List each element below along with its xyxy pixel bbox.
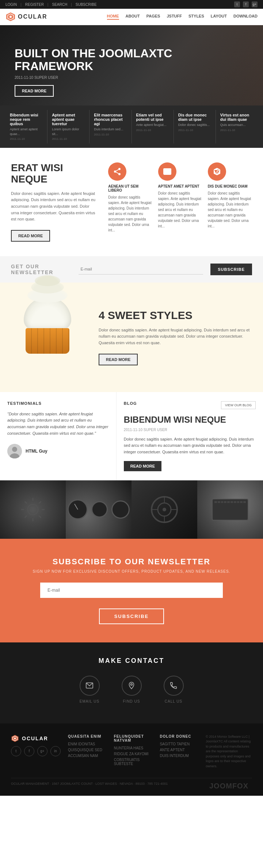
footer-link-1-2[interactable]: QUISQUISQUE SED (68, 748, 107, 752)
phone-icon (169, 681, 178, 690)
testimonials-column: TESTIMONIALS "Dolor donec sagittis sapie… (0, 392, 117, 480)
hero-card-4: Etiam vel sed potenti ut ipse Ante apten… (132, 110, 174, 143)
sweet-title: 4 SWEET STYLES (99, 309, 252, 322)
feature-3: DIS DUE MONEC DIAM Dolor donec sagittis … (208, 162, 252, 233)
hero-card-3-title: Elit maercenas rhoncus placet agi (94, 113, 127, 126)
nav-pages[interactable]: PAGES (146, 14, 160, 20)
author-avatar (7, 444, 22, 458)
nav-home[interactable]: HOME (107, 14, 119, 20)
footer-link-1-3[interactable]: ACCUMSAN NAM (68, 754, 107, 758)
svg-point-12 (28, 504, 38, 515)
erat-read-more-button[interactable]: READ MORE (11, 230, 50, 242)
hero-card-6: Virtus est anon dui illam quae Quis accu… (216, 110, 258, 143)
feature-2: APTENT AMET APTENT Dolor donec sagittis … (158, 162, 202, 233)
nav-about[interactable]: ABOUT (126, 14, 140, 20)
footer-linkedin-icon[interactable]: in (50, 746, 61, 756)
hero-card-2: Aptent amet aptent quae tueretur Lorem i… (47, 110, 89, 143)
register-link[interactable]: REGISTER (25, 3, 44, 7)
subscribe-link[interactable]: SUBSCRIBE (76, 3, 97, 7)
subscribe-button[interactable]: SUBSCRIBE (99, 608, 164, 624)
blog-text: Dolor donec sagittis sapien. Ante aptent… (124, 436, 256, 456)
contact-callus: CALL US (164, 676, 184, 703)
footer-link-2-2[interactable]: RIDGUE ZA KAYOMI (114, 752, 153, 756)
twitter-icon[interactable]: t (234, 1, 240, 7)
nav-styles[interactable]: STYLES (188, 14, 204, 20)
contact-email: EMAIL US (80, 676, 100, 703)
subscribe-email-input[interactable] (40, 583, 223, 598)
top-bar: LOGIN | REGISTER | SEARCH | SUBSCRIBE t … (0, 0, 263, 9)
svg-point-30 (131, 684, 133, 685)
footer-logo-icon (11, 734, 19, 742)
search-link[interactable]: SEARCH (52, 3, 67, 7)
footer-link-2-1[interactable]: NUNTERIA HAES (114, 746, 153, 750)
footer-link-3-1[interactable]: SAGITTO TAPIEN (160, 742, 198, 746)
hero-card-5-title: Dis due monec diam ut ipse (178, 113, 211, 122)
feature-3-title: DIS DUE MONEC DIAM (208, 184, 252, 188)
hero-card-4-title: Etiam vel sed potenti ut ipse (136, 113, 169, 122)
hero-read-more-button[interactable]: READ MORE (15, 85, 54, 97)
newsletter-email-input[interactable] (79, 264, 203, 274)
footer-logo-col: OCULAR t f g+ in (11, 734, 61, 769)
blog-column: BLOG VIEW OUR BLOG BIBENDUM WISI NEQUE 2… (117, 392, 263, 480)
share-icon (113, 167, 122, 176)
nav-layout[interactable]: LAYOUT (211, 14, 227, 20)
footer-link-1-1[interactable]: ENIM IDONITAS (68, 742, 107, 746)
footer-link-3-3[interactable]: DUIS INTERDUM (160, 754, 198, 758)
svg-point-4 (114, 170, 116, 173)
feature-2-icon (158, 162, 176, 181)
login-link[interactable]: LOGIN (5, 3, 17, 7)
nav-download[interactable]: DOWNLOAD (233, 14, 258, 20)
blog-read-more-button[interactable]: READ MORE (124, 461, 161, 471)
googleplus-icon[interactable]: g+ (252, 1, 258, 7)
joomfox-text: JoomFox (209, 782, 248, 790)
box-icon (213, 167, 221, 176)
footer-twitter-icon[interactable]: t (11, 746, 21, 756)
cupcake-image (11, 297, 84, 377)
footer-facebook-icon[interactable]: f (24, 746, 34, 756)
erat-body: Dolor donec sagittis sapien. Ante aptent… (11, 191, 97, 223)
svg-point-5 (118, 173, 121, 175)
svg-point-13 (31, 507, 35, 512)
feature-3-icon (208, 162, 226, 181)
feature-1-text: Dolor donec sagittis sapien. Ante aptent… (108, 195, 152, 233)
footer-logo: OCULAR (11, 734, 61, 742)
feature-2-title: APTENT AMET APTENT (158, 184, 202, 188)
svg-line-7 (116, 170, 119, 171)
svg-line-20 (39, 501, 41, 503)
feature-2-text: Dolor donec sagittis sapien. Ante aptent… (158, 191, 202, 229)
footer-col-1: QUAESITA ENIM ENIM IDONITAS QUISQUISQUE … (68, 734, 107, 769)
facebook-icon[interactable]: f (243, 1, 249, 7)
blog-col-header: BLOG VIEW OUR BLOG (124, 401, 256, 411)
hero-card-1-text: Aptent amet aptent quae... (10, 127, 43, 136)
testimonial-author: HTML Guy (7, 444, 109, 458)
feature-1: AENEAN UT SEM LIBERO Dolor donec sagitti… (108, 162, 152, 233)
hero-card-2-text: Lorem ipsum dolor sit... (52, 127, 85, 136)
footer-bottom: OCULAR MANAGEMENT · 1567 JOOMLAXTC COUNT… (11, 778, 252, 790)
footer-google-icon[interactable]: g+ (37, 746, 47, 756)
pin-circle[interactable] (122, 676, 142, 696)
footer-legal-text: © 2014 Monsx Software LLC | JoomlaXTC Al… (206, 734, 252, 769)
view-blog-button[interactable]: VIEW OUR BLOG (221, 401, 256, 409)
photo-strip (0, 480, 263, 539)
phone-circle[interactable] (164, 676, 184, 696)
hero-card-3-meta: 2011-11-10 (94, 133, 127, 136)
footer-link-2-3[interactable]: COBSTRUATIS SUBTESTE (114, 758, 153, 766)
newsletter-subscribe-button[interactable]: SUBSCRIBE (210, 264, 252, 275)
hero-card-6-title: Virtus est anon dui illam quae (220, 113, 253, 122)
footer-col-2: FELUNQUIDET NATVAM NUNTERIA HAES RIDGUE … (114, 734, 153, 769)
hero-card-1: Bibendum wisi neque rem quibus Aptent am… (5, 110, 47, 143)
sweet-read-more-button[interactable]: READ MORE (99, 354, 138, 365)
footer-link-3-2[interactable]: ANTE APTENT (160, 748, 198, 752)
email-circle[interactable] (80, 676, 100, 696)
footer-top: OCULAR t f g+ in QUAESITA ENIM ENIM IDON… (11, 734, 252, 769)
footer: OCULAR t f g+ in QUAESITA ENIM ENIM IDON… (0, 723, 263, 796)
hero-card-2-meta: 2011-11-10 (52, 137, 85, 141)
newsletter-label: GET OUR NEWSLETTER (11, 264, 71, 275)
blog-label: BLOG (124, 401, 137, 406)
logo[interactable]: OCULAR (5, 12, 47, 22)
testimonial-quote: "Dolor donec sagittis sapien. Ante apten… (7, 411, 109, 437)
nav-jstuff[interactable]: JSTUFF (167, 14, 182, 20)
svg-line-6 (116, 172, 119, 174)
top-bar-social: t f g+ (234, 1, 258, 7)
email-icon (85, 681, 94, 690)
